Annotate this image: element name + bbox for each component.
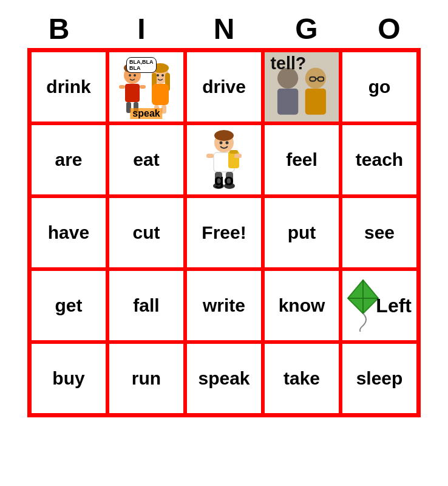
cell-r0c2[interactable]: drive <box>185 50 263 123</box>
svg-point-29 <box>220 142 223 145</box>
svg-rect-34 <box>206 154 214 158</box>
cell-r1c1[interactable]: eat <box>107 123 185 196</box>
cell-r3c0[interactable]: get <box>30 269 107 342</box>
tell-illustration: tell? <box>265 50 339 123</box>
svg-rect-33 <box>229 150 238 154</box>
cell-r2c3[interactable]: put <box>263 196 341 269</box>
svg-point-30 <box>226 142 229 145</box>
cell-r1c2[interactable]: go <box>185 123 263 196</box>
svg-rect-35 <box>234 154 242 158</box>
svg-text:tell?: tell? <box>271 53 307 73</box>
cell-r2c2-free[interactable]: Free! <box>185 196 263 269</box>
cell-r1c3[interactable]: feel <box>263 123 341 196</box>
cell-r3c1[interactable]: fall <box>107 269 185 342</box>
left-label: Left <box>376 295 412 317</box>
cell-r0c0[interactable]: drink <box>30 50 107 123</box>
header-g: G <box>270 12 343 46</box>
header-o: O <box>353 12 426 46</box>
svg-rect-4 <box>125 84 140 102</box>
svg-point-28 <box>214 130 234 141</box>
svg-rect-22 <box>305 89 326 115</box>
header-b: B <box>22 12 95 46</box>
cell-r2c0[interactable]: have <box>30 196 107 269</box>
go-image: go <box>187 125 261 194</box>
cell-r1c4[interactable]: teach <box>341 123 418 196</box>
bingo-header: B I N G O <box>18 12 430 46</box>
cell-r4c0[interactable]: buy <box>30 342 107 415</box>
cell-r3c4[interactable]: Left <box>341 269 418 342</box>
bingo-grid: drink BLA,BLABLA <box>27 48 421 417</box>
cell-r0c1[interactable]: BLA,BLABLA <box>107 50 185 123</box>
cell-r0c3[interactable]: tell? <box>263 50 341 123</box>
svg-rect-6 <box>140 85 146 89</box>
go-label: go <box>214 171 234 190</box>
cell-r4c2[interactable]: speak <box>185 342 263 415</box>
speech-bubble: BLA,BLABLA <box>126 57 157 73</box>
svg-point-14 <box>161 74 164 77</box>
cell-r4c3[interactable]: take <box>263 342 341 415</box>
speak-label: speak <box>130 108 162 119</box>
cell-r2c4[interactable]: see <box>341 196 418 269</box>
cell-r4c4[interactable]: sleep <box>341 342 418 415</box>
svg-point-13 <box>157 74 159 77</box>
header-i: I <box>105 12 178 46</box>
cell-r0c4[interactable]: go <box>341 50 418 123</box>
header-n: N <box>188 12 260 46</box>
svg-point-2 <box>129 74 131 77</box>
left-image: Left <box>342 271 416 340</box>
cell-r2c1[interactable]: cut <box>107 196 185 269</box>
cell-r4c1[interactable]: run <box>107 342 185 415</box>
speak-image: BLA,BLABLA <box>109 52 183 122</box>
svg-point-3 <box>134 74 136 77</box>
svg-rect-15 <box>152 84 169 105</box>
tell-image: tell? <box>265 52 339 122</box>
cell-r3c3[interactable]: know <box>263 269 341 342</box>
cell-r1c0[interactable]: are <box>30 123 107 196</box>
svg-rect-5 <box>119 85 125 89</box>
cell-r3c2[interactable]: write <box>185 269 263 342</box>
bingo-card: B I N G O drink BLA,BLABLA <box>12 12 436 474</box>
svg-rect-20 <box>277 89 298 115</box>
